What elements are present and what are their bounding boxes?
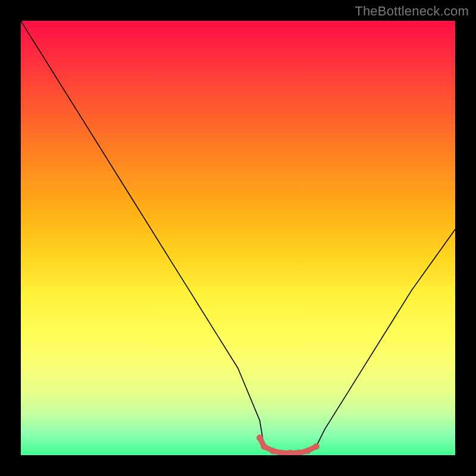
optimal-range-dot — [256, 434, 263, 441]
optimal-range-marker — [256, 434, 320, 455]
chart-frame: TheBottleneck.com — [0, 0, 476, 476]
optimal-range-dot — [261, 443, 267, 450]
bottleneck-curve — [21, 21, 455, 453]
optimal-range-dot — [313, 443, 320, 450]
watermark-text: TheBottleneck.com — [355, 4, 469, 19]
optimal-range-dot — [270, 447, 276, 454]
plot-area — [21, 21, 455, 455]
optimal-range-dot — [304, 447, 311, 454]
chart-svg — [21, 21, 455, 455]
